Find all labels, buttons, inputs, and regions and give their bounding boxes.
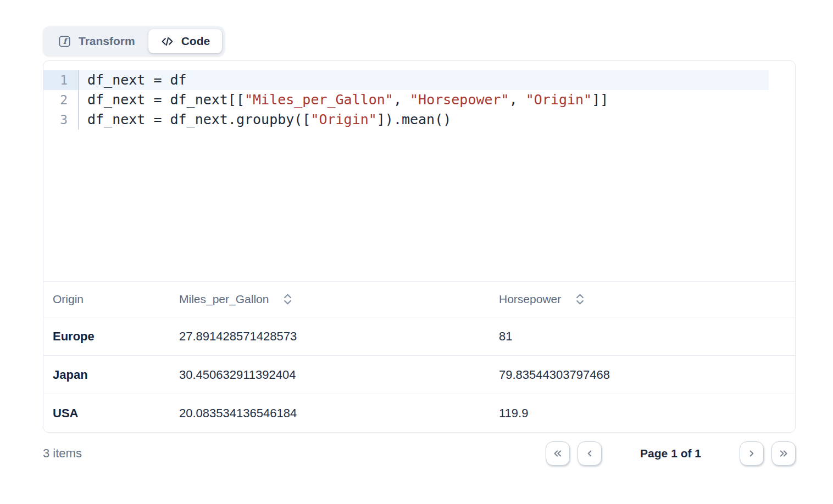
code-token: ]).mean() xyxy=(377,111,451,127)
cell-origin: Japan xyxy=(43,368,179,382)
string-token: "Miles_per_Gallon" xyxy=(245,92,393,108)
code-line-3[interactable]: 3 df_next = df_next.groupby(["Origin"]).… xyxy=(43,110,795,130)
cell-origin: Europe xyxy=(43,329,179,344)
code-token: df_next = df_next.groupby([ xyxy=(87,111,310,127)
tab-code[interactable]: Code xyxy=(148,29,223,53)
cell-horsepower: 79.83544303797468 xyxy=(499,368,795,382)
column-header-label: Origin xyxy=(53,293,84,306)
main-panel: 1 df_next = df 2 df_next = df_next[["Mil… xyxy=(43,60,796,433)
page-indicator: Page 1 of 1 xyxy=(640,447,701,460)
string-token: "Origin" xyxy=(526,92,592,108)
table-row: USA 20.083534136546184 119.9 xyxy=(43,394,795,432)
code-line-1-text[interactable]: df_next = df xyxy=(79,70,769,90)
cell-origin: USA xyxy=(43,406,179,421)
items-count: 3 items xyxy=(43,446,82,461)
string-token: "Origin" xyxy=(310,111,376,127)
chevron-left-icon xyxy=(584,447,596,460)
double-chevron-left-icon xyxy=(552,447,564,460)
tab-transform-label: Transform xyxy=(79,35,135,48)
svg-text:f: f xyxy=(63,36,69,46)
first-page-button[interactable] xyxy=(546,441,570,466)
line-number-3: 3 xyxy=(43,110,79,130)
cell-miles-per-gallon: 20.083534136546184 xyxy=(179,406,499,421)
code-token: , xyxy=(509,92,526,108)
column-header-horsepower: Horsepower xyxy=(499,293,795,306)
column-header-label: Horsepower xyxy=(499,293,561,306)
chevron-right-icon xyxy=(746,447,758,460)
table-footer: 3 items Page 1 of 1 xyxy=(43,441,796,466)
code-line-1[interactable]: 1 df_next = df xyxy=(43,70,795,90)
previous-page-button[interactable] xyxy=(577,441,602,466)
table-row: Japan 30.450632911392404 79.835443037974… xyxy=(43,355,795,394)
cell-horsepower: 81 xyxy=(499,329,795,344)
double-chevron-right-icon xyxy=(778,447,790,460)
sort-up-down-icon[interactable] xyxy=(575,293,585,306)
tab-transform[interactable]: f Transform xyxy=(46,29,147,53)
cell-miles-per-gallon: 27.891428571428573 xyxy=(179,329,499,344)
column-header-miles-per-gallon: Miles_per_Gallon xyxy=(179,293,499,306)
table-header-row: Origin Miles_per_Gallon Horsepower xyxy=(43,282,795,317)
code-token: df_next = df xyxy=(87,72,187,88)
code-line-2[interactable]: 2 df_next = df_next[["Miles_per_Gallon",… xyxy=(43,90,795,110)
code-line-3-text[interactable]: df_next = df_next.groupby(["Origin"]).me… xyxy=(79,110,769,130)
code-token: df_next = df_next[[ xyxy=(87,92,245,108)
cell-horsepower: 119.9 xyxy=(499,406,795,421)
code-token: ]] xyxy=(592,92,608,108)
line-number-1: 1 xyxy=(43,70,79,90)
code-brackets-icon xyxy=(160,35,174,48)
sort-up-down-icon[interactable] xyxy=(282,293,293,306)
column-header-label: Miles_per_Gallon xyxy=(179,293,269,306)
code-token: , xyxy=(393,92,410,108)
column-header-origin: Origin xyxy=(43,293,179,306)
function-icon: f xyxy=(58,35,71,48)
code-editor[interactable]: 1 df_next = df 2 df_next = df_next[["Mil… xyxy=(43,61,795,282)
next-page-button[interactable] xyxy=(740,441,764,466)
view-toggle: f Transform Code xyxy=(43,26,225,56)
pagination: Page 1 of 1 xyxy=(546,441,796,466)
cell-miles-per-gallon: 30.450632911392404 xyxy=(179,368,499,382)
string-token: "Horsepower" xyxy=(410,92,509,108)
tab-code-label: Code xyxy=(181,35,210,48)
last-page-button[interactable] xyxy=(771,441,796,466)
line-number-2: 2 xyxy=(43,90,79,110)
result-table: Origin Miles_per_Gallon Horsepower xyxy=(43,282,795,432)
code-line-2-text[interactable]: df_next = df_next[["Miles_per_Gallon", "… xyxy=(79,90,769,110)
table-row: Europe 27.891428571428573 81 xyxy=(43,317,795,355)
